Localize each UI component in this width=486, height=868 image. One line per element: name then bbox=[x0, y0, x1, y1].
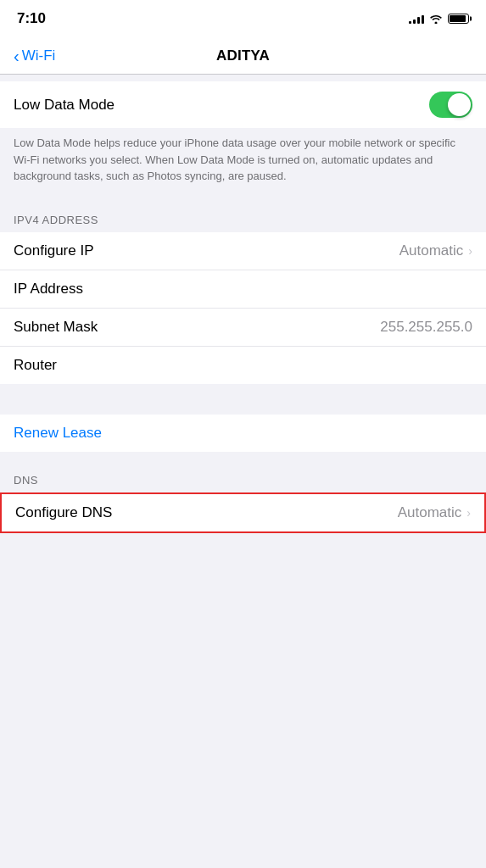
status-time: 7:10 bbox=[17, 10, 46, 27]
battery-fill bbox=[450, 15, 466, 22]
low-data-mode-label: Low Data Mode bbox=[14, 97, 115, 114]
configure-ip-chevron-icon: › bbox=[468, 244, 472, 258]
router-row: Router bbox=[0, 347, 486, 384]
low-data-mode-description-block: Low Data Mode helps reduce your iPhone d… bbox=[0, 128, 486, 198]
gap-top bbox=[0, 75, 486, 81]
status-icons bbox=[409, 14, 469, 24]
page-title: ADITYA bbox=[216, 47, 270, 64]
configure-ip-label: Configure IP bbox=[14, 242, 94, 259]
ipv4-card: Configure IP Automatic › IP Address Subn… bbox=[0, 232, 486, 384]
signal-bars-icon bbox=[409, 14, 424, 24]
gap-mid bbox=[0, 384, 486, 415]
signal-bar-1 bbox=[409, 21, 411, 24]
dns-header-label: DNS bbox=[14, 474, 38, 487]
low-data-mode-row: Low Data Mode bbox=[0, 81, 486, 128]
wifi-icon bbox=[429, 14, 443, 24]
signal-bar-4 bbox=[422, 15, 424, 24]
battery-icon bbox=[448, 14, 469, 24]
gap-dns bbox=[0, 452, 486, 459]
low-data-mode-card: Low Data Mode bbox=[0, 81, 486, 128]
renew-lease-label: Renew Lease bbox=[14, 425, 102, 442]
configure-dns-value: Automatic › bbox=[398, 504, 471, 521]
back-chevron-icon: ‹ bbox=[14, 47, 20, 64]
configure-dns-chevron-icon: › bbox=[466, 506, 471, 520]
dns-section-header: DNS bbox=[0, 459, 486, 492]
low-data-mode-description: Low Data Mode helps reduce your iPhone d… bbox=[14, 136, 455, 182]
configure-ip-value: Automatic › bbox=[399, 242, 472, 259]
router-label: Router bbox=[14, 357, 57, 374]
nav-bar: ‹ Wi-Fi ADITYA bbox=[0, 37, 486, 75]
subnet-mask-value: 255.255.255.0 bbox=[380, 319, 472, 336]
ip-address-label: IP Address bbox=[14, 281, 83, 298]
configure-ip-row[interactable]: Configure IP Automatic › bbox=[0, 232, 486, 270]
toggle-thumb bbox=[448, 93, 471, 116]
ipv4-header-label: IPV4 ADDRESS bbox=[14, 214, 98, 226]
back-button[interactable]: ‹ Wi-Fi bbox=[14, 47, 55, 64]
subnet-mask-row: Subnet Mask 255.255.255.0 bbox=[0, 309, 486, 347]
signal-bar-3 bbox=[417, 17, 420, 24]
subnet-mask-label: Subnet Mask bbox=[14, 319, 98, 336]
status-bar: 7:10 bbox=[0, 0, 486, 37]
ipv4-section-header: IPV4 ADDRESS bbox=[0, 198, 486, 232]
ip-address-row: IP Address bbox=[0, 270, 486, 309]
signal-bar-2 bbox=[413, 19, 416, 24]
battery-tip bbox=[470, 17, 472, 21]
low-data-mode-toggle[interactable] bbox=[429, 92, 472, 118]
configure-dns-label: Configure DNS bbox=[15, 504, 112, 521]
back-label: Wi-Fi bbox=[22, 47, 56, 64]
renew-lease-row[interactable]: Renew Lease bbox=[0, 415, 486, 452]
configure-dns-row[interactable]: Configure DNS Automatic › bbox=[0, 492, 486, 533]
